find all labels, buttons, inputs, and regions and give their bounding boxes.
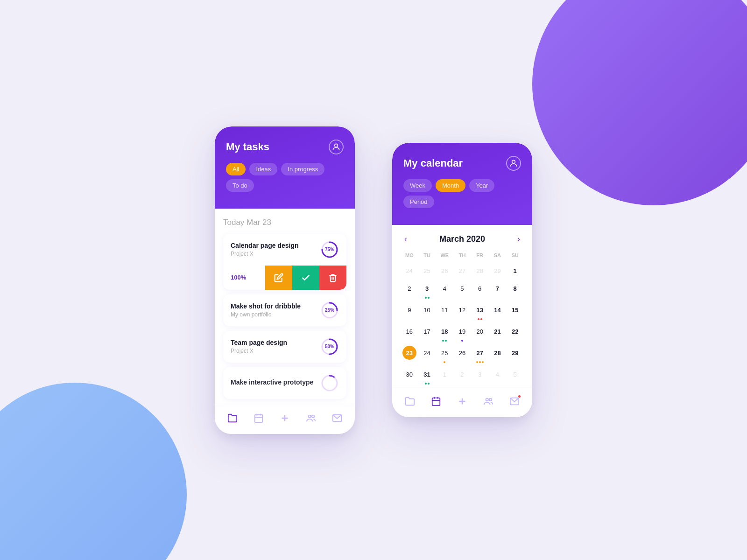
nav-calendar-tasks[interactable]	[252, 412, 265, 425]
cal-next-btn[interactable]: ›	[515, 234, 522, 244]
cal-cell-3-2[interactable]: 18	[436, 322, 453, 344]
task-progress-2: 25%	[320, 301, 339, 320]
cal-cell-3-5[interactable]: 21	[489, 322, 507, 344]
cal-cell-1-3[interactable]: 5	[453, 280, 471, 301]
cal-nav-people[interactable]	[482, 395, 495, 408]
cal-cell-0-0[interactable]: 24	[401, 262, 418, 280]
phones-container: My tasks All Ideas In progress To do Tod…	[215, 126, 532, 434]
cal-cell-2-1[interactable]: 10	[418, 301, 436, 322]
cal-cell-0-1[interactable]: 25	[418, 262, 436, 280]
task-check-button[interactable]	[292, 266, 319, 290]
task-project-1: Project X	[231, 251, 315, 257]
cal-cell-0-4[interactable]: 28	[471, 262, 489, 280]
task-edit-button[interactable]	[265, 266, 292, 290]
task-expanded-progress: 100%	[231, 274, 246, 281]
cal-date: 28	[490, 346, 504, 360]
cal-cell-2-4[interactable]: 13	[471, 301, 489, 322]
cal-cell-4-5[interactable]: 28	[489, 344, 507, 365]
cal-date: 12	[455, 303, 469, 317]
cal-date: 25	[420, 264, 434, 278]
cal-cell-5-5[interactable]: 4	[489, 365, 507, 387]
calendar-avatar[interactable]	[506, 156, 521, 171]
cal-cell-0-3[interactable]: 27	[453, 262, 471, 280]
nav-people-tasks[interactable]	[304, 412, 317, 425]
cal-cell-3-1[interactable]: 17	[418, 322, 436, 344]
cal-date: 5	[508, 367, 522, 381]
cal-nav-folder[interactable]	[403, 395, 416, 408]
cal-tab-week[interactable]: Week	[403, 179, 432, 192]
cal-cell-2-6[interactable]: 15	[506, 301, 524, 322]
cal-date: 22	[508, 324, 522, 338]
cal-cell-4-0[interactable]: 23	[401, 344, 418, 365]
cal-date: 2	[455, 367, 469, 381]
nav-plus-tasks[interactable]	[278, 412, 291, 425]
task-card-4[interactable]: Make interactive prototype	[223, 367, 346, 399]
cal-cell-5-4[interactable]: 3	[471, 365, 489, 387]
task-delete-button[interactable]	[319, 266, 346, 290]
cal-cell-4-3[interactable]: 26	[453, 344, 471, 365]
tab-in-progress[interactable]: In progress	[281, 163, 324, 175]
cal-dot	[428, 297, 430, 299]
task-actions-1: 100%	[223, 266, 346, 290]
cal-cell-3-4[interactable]: 20	[471, 322, 489, 344]
cal-cell-5-1[interactable]: 31	[418, 365, 436, 387]
cal-nav-plus[interactable]	[456, 395, 469, 408]
cal-prev-btn[interactable]: ‹	[402, 234, 409, 244]
task-card-2[interactable]: Make shot for dribbble My own portfolio …	[223, 294, 346, 326]
cal-dot	[479, 361, 481, 363]
calendar-grid: MO TU WE TH FR SA SU	[401, 251, 524, 262]
cal-cell-3-6[interactable]: 22	[506, 322, 524, 344]
cal-date: 2	[402, 281, 416, 295]
tasks-filter-tabs: All Ideas In progress To do	[226, 163, 344, 192]
svg-point-15	[309, 415, 311, 418]
cal-cell-4-2[interactable]: 25	[436, 344, 453, 365]
tasks-body: Today Mar 23 Calendar page design Projec…	[215, 209, 355, 404]
cal-nav-mail[interactable]	[508, 395, 521, 408]
tab-ideas[interactable]: Ideas	[249, 163, 277, 175]
cal-cell-1-4[interactable]: 6	[471, 280, 489, 301]
cal-tab-period[interactable]: Period	[403, 196, 434, 208]
task-project-3: Project X	[231, 348, 320, 354]
cal-cell-2-5[interactable]: 14	[489, 301, 507, 322]
cal-cell-3-3[interactable]: 19	[453, 322, 471, 344]
cal-cell-1-0[interactable]: 2	[401, 280, 418, 301]
cal-cell-1-2[interactable]: 4	[436, 280, 453, 301]
tasks-header: My tasks All Ideas In progress To do	[215, 126, 355, 209]
cal-tab-month[interactable]: Month	[436, 179, 465, 192]
task-name-1: Calendar page design	[231, 242, 315, 249]
cal-cell-0-6[interactable]: 1	[506, 262, 524, 280]
svg-point-26	[489, 399, 492, 401]
calendar-month-title: March 2020	[439, 234, 485, 244]
cal-cell-2-0[interactable]: 9	[401, 301, 418, 322]
cal-cell-0-5[interactable]: 29	[489, 262, 507, 280]
calendar-phone: My calendar Week Month Year Period ‹ Mar…	[392, 143, 532, 417]
nav-folder[interactable]	[226, 412, 239, 425]
cal-cell-1-1[interactable]: 3	[418, 280, 436, 301]
cal-cell-4-6[interactable]: 29	[506, 344, 524, 365]
cal-tab-year[interactable]: Year	[469, 179, 494, 192]
task-card-3[interactable]: Team page design Project X 50%	[223, 331, 346, 363]
tab-to-do[interactable]: To do	[226, 179, 254, 192]
cal-cell-3-0[interactable]: 16	[401, 322, 418, 344]
cal-date: 5	[455, 281, 469, 295]
cal-header-su: SU	[506, 251, 524, 262]
cal-cell-5-6[interactable]: 5	[506, 365, 524, 387]
cal-cell-4-4[interactable]: 27	[471, 344, 489, 365]
tab-all[interactable]: All	[226, 163, 246, 175]
nav-mail-tasks[interactable]	[331, 412, 344, 425]
cal-cell-5-3[interactable]: 2	[453, 365, 471, 387]
cal-cell-5-0[interactable]: 30	[401, 365, 418, 387]
cal-cell-1-6[interactable]: 8	[506, 280, 524, 301]
cal-cell-5-2[interactable]: 1	[436, 365, 453, 387]
cal-date: 6	[473, 281, 487, 295]
cal-cell-0-2[interactable]: 26	[436, 262, 453, 280]
cal-cell-4-1[interactable]: 24	[418, 344, 436, 365]
cal-cell-1-5[interactable]: 7	[489, 280, 507, 301]
cal-cell-2-2[interactable]: 11	[436, 301, 453, 322]
tasks-avatar[interactable]	[329, 140, 344, 154]
task-progress-label-3: 50%	[320, 337, 339, 356]
cal-cell-2-3[interactable]: 12	[453, 301, 471, 322]
cal-nav-calendar[interactable]	[430, 395, 443, 408]
tasks-phone: My tasks All Ideas In progress To do Tod…	[215, 126, 355, 434]
calendar-header-row: My calendar	[403, 156, 521, 171]
